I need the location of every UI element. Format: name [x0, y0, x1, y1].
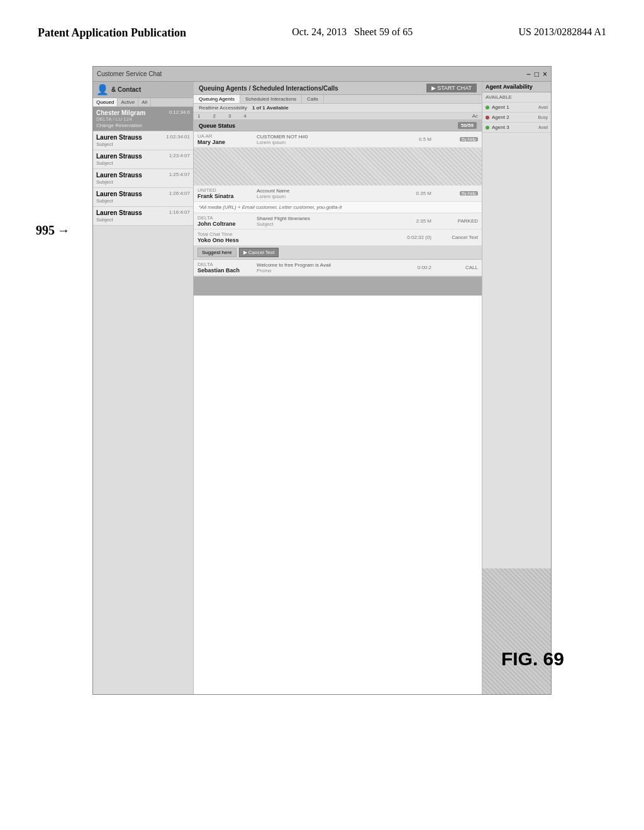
suggest-here-button[interactable]: Suggest here [197, 248, 236, 257]
queue-status-frank-sinatra: tty-help [434, 191, 478, 196]
tab-queuing-agents[interactable]: Queuing Agents [194, 95, 240, 103]
agent-dot-1 [486, 106, 489, 109]
queue-name-john-coltrane: DELTA John Coltrane [197, 215, 254, 227]
frank-sinatra-badge: tty-help [460, 191, 478, 196]
queue-header-label: Queue Status [199, 123, 235, 129]
publication-date: Oct. 24, 2013 [292, 26, 347, 37]
queue-status-yoko-ono: Cancel Text [434, 235, 478, 240]
contact-item-chester[interactable]: Chester Milgram 0:12:34:0 DELTA / LU 124… [93, 107, 193, 131]
availability-status-label: AVAILABLE [482, 92, 551, 102]
queue-row-mary-jane[interactable]: UA AR Mary Jane CUSTOMER NOT H#0Lorem ip… [194, 131, 482, 148]
agent-dot-3 [486, 126, 489, 130]
figure-label: FIG. 69 [501, 648, 564, 670]
contact-subject-5: Subject [96, 217, 190, 223]
start-chat-button[interactable]: ▶ START CHAT [426, 84, 477, 92]
tab-queued[interactable]: Queued [93, 98, 118, 106]
contact-name-3: Lauren Strauss [96, 172, 142, 179]
queue-status-john-coltrane: PARKED [434, 218, 478, 224]
contact-item-4[interactable]: Lauren Strauss 1:26:4:07 Subject [93, 188, 193, 207]
queue-subject-sebastian-bach: Welcome to free Program is Avail Promo [257, 262, 394, 274]
page-wrapper: Patent Application Publication Oct. 24, … [0, 0, 644, 830]
contact-item-2[interactable]: Lauren Strauss 1:23:4:07 Subject [93, 150, 193, 169]
content-area: 995 → Customer Service Chat − □ × [0, 53, 644, 695]
left-nav: 👤 & Contact Queued Active All [93, 82, 194, 694]
availability-status: 1 of 1 Available [252, 105, 289, 111]
contact-item-1[interactable]: Lauren Strauss 1:02:34:01 Subject [93, 131, 193, 150]
avail-of-label: AVAILABLE [486, 94, 512, 100]
ref-number: 995 [36, 223, 55, 238]
agent-row-2: Agent 2 Busy [482, 113, 551, 123]
screenshot-wrapper: 995 → Customer Service Chat − □ × [92, 66, 552, 695]
right-panel-title: Queuing Agents / Scheduled Interactions/… [199, 85, 338, 92]
agent-name-3: Agent 3 [492, 124, 509, 130]
title-bar-text: Customer Service Chat [97, 70, 523, 77]
agent-status-1: Avail [538, 105, 548, 109]
contact-list: Chester Milgram 0:12:34:0 DELTA / LU 124… [93, 107, 193, 694]
tab-scheduled-interactions[interactable]: Scheduled Interactions [240, 95, 302, 103]
right-panel: Queuing Agents / Scheduled Interactions/… [194, 82, 482, 694]
contact-name-1: Lauren Strauss [96, 134, 142, 141]
contact-subject-3: Subject [96, 179, 190, 185]
queue-name-sebastian-bach: DELTA Sebastian Bach [197, 262, 254, 274]
tab-calls[interactable]: Calls [302, 95, 324, 103]
queue-subject-mary-jane: CUSTOMER NOT H#0Lorem ipsum [257, 134, 394, 145]
queue-status-sebastian-bach: CALL [434, 265, 478, 270]
mary-jane-badge: tty-help [460, 137, 478, 141]
long-text-content: *All media (URL) + Email customer, Lette… [199, 204, 341, 210]
maximize-icon[interactable]: □ [535, 70, 539, 79]
right-tabs: Queuing Agents Scheduled Interactions Ca… [194, 95, 482, 104]
contact-time-5: 1:16:4:07 [169, 209, 190, 215]
queue-time-frank-sinatra: 0.35 M [397, 191, 431, 196]
white-bottom-area [194, 276, 482, 694]
queue-row-yoko-ono[interactable]: Total Chat Time Yoko Ono Hess 0:02:32 (0… [194, 230, 482, 246]
contact-subject-1: Subject [96, 141, 190, 147]
agent-status-3: Avail [538, 125, 548, 130]
publication-title: Patent Application Publication [38, 25, 186, 41]
cancel-text-button[interactable]: ▶ Cancel Text [239, 248, 279, 257]
close-icon[interactable]: × [543, 70, 547, 79]
queue-time-mary-jane: 0.5 M [397, 136, 431, 142]
agent-status-2: Busy [538, 115, 548, 119]
queue-name-mary-jane: UA AR Mary Jane [197, 133, 254, 145]
agent-name-2: Agent 2 [492, 114, 509, 120]
queue-status-mary-jane: tty-help [434, 136, 478, 142]
queue-subject-john-coltrane: Shared Flight ItinerariesSubject [257, 216, 394, 227]
contact-subject-4: Subject [96, 198, 190, 204]
queue-rows: UA AR Mary Jane CUSTOMER NOT H#0Lorem ip… [194, 131, 482, 276]
availability-bar: Realtime Accessibility 1 of 1 Available [194, 104, 482, 113]
contact-subject-2: Subject [96, 160, 190, 166]
minimize-icon[interactable]: − [526, 70, 531, 79]
contact-time-4: 1:26:4:07 [169, 191, 190, 196]
agent-row-1: Agent 1 Avail [482, 102, 551, 113]
contact-time-3: 1:25:4:07 [169, 172, 190, 177]
contact-name-chester: Chester Milgram [96, 109, 145, 116]
contact-time-1: 1:02:34:01 [166, 134, 190, 140]
reference-arrow: 995 → [36, 223, 70, 238]
contact-airline-chester: DELTA / LU 124 [96, 116, 190, 122]
publication-date-sheet: Oct. 24, 2013 Sheet 59 of 65 [292, 25, 413, 39]
ui-screenshot: Customer Service Chat − □ × 👤 & Contact [92, 66, 552, 695]
contact-item-5[interactable]: Lauren Strauss 1:16:4:07 Subject [93, 207, 193, 226]
dark-bar [194, 277, 482, 296]
contact-time-chester: 0:12:34:0 [169, 109, 190, 115]
right-col-shaded [482, 568, 551, 694]
queue-name-yoko-ono: Total Chat Time Yoko Ono Hess [197, 231, 254, 243]
ui-inner: 👤 & Contact Queued Active All [93, 82, 551, 694]
tab-active[interactable]: Active [118, 98, 138, 106]
left-nav-header: 👤 & Contact [93, 82, 193, 98]
sheet-info: Sheet 59 of 65 [354, 26, 413, 37]
queue-time-john-coltrane: 2:35 M [397, 218, 431, 224]
queue-row-john-coltrane[interactable]: DELTA John Coltrane Shared Flight Itiner… [194, 213, 482, 230]
contact-time-2: 1:23:4:07 [169, 153, 190, 158]
queue-time-sebastian-bach: 0:00:2 [397, 265, 431, 270]
arrow-icon: → [57, 223, 70, 238]
right-panel-header: Queuing Agents / Scheduled Interactions/… [194, 82, 482, 95]
queue-time-yoko-ono: 0:02:32 (0) [397, 235, 431, 240]
contact-item-3[interactable]: Lauren Strauss 1:25:4:07 Subject [93, 169, 193, 188]
long-text-row: *All media (URL) + Email customer, Lette… [194, 202, 482, 213]
tab-all[interactable]: All [138, 98, 151, 106]
contact-name-5: Lauren Strauss [96, 209, 142, 216]
queue-row-frank-sinatra[interactable]: UNITED Frank Sinatra Account NameLorem i… [194, 185, 482, 202]
contact-name-4: Lauren Strauss [96, 191, 142, 197]
queue-row-sebastian-bach[interactable]: DELTA Sebastian Bach Welcome to free Pro… [194, 260, 482, 276]
